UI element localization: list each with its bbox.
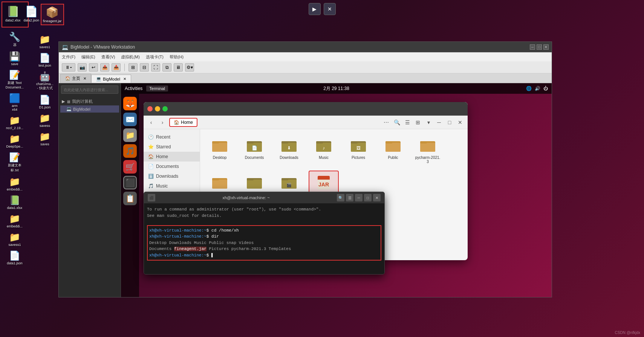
dock-appstore[interactable]: 🛒 xyxy=(123,160,137,174)
files-maximize-btn2[interactable]: □ xyxy=(445,118,454,127)
nav-back-btn[interactable]: ‹ xyxy=(147,118,156,127)
toolbar-snapshot-btn[interactable]: 📷 xyxy=(78,63,87,72)
menu-edit[interactable]: 编辑(E) xyxy=(80,53,97,61)
desktop-icon-savess1[interactable]: 📁 savess1 xyxy=(2,231,28,248)
toolbar-settings-btn[interactable]: ⚙▾ xyxy=(185,63,194,72)
menu-file[interactable]: 文件(F) xyxy=(60,53,77,61)
desktop-icon-arm[interactable]: 🟦 armx64 xyxy=(2,92,28,113)
desktop-icon-nccl[interactable]: 📁 nccl_2.19... xyxy=(2,114,28,131)
files-view-grid-btn[interactable]: ⊞ xyxy=(413,118,422,127)
sidebar-documents[interactable]: 📄 Documents xyxy=(144,162,200,171)
sidebar-recent[interactable]: 🕐 Recent xyxy=(144,132,200,142)
tab-bigmodel[interactable]: 💻 BigModel ✕ xyxy=(91,75,131,83)
file-desktop[interactable]: Desktop xyxy=(205,134,235,166)
playback-close-btn[interactable]: ✕ xyxy=(324,3,336,15)
nav-forward-btn[interactable]: › xyxy=(158,118,167,127)
terminal-maximize-btn[interactable]: □ xyxy=(364,194,372,201)
ubuntu-activities[interactable]: Activities xyxy=(125,86,142,91)
dock-firefox[interactable]: 🦊 xyxy=(123,97,137,110)
files-search-btn[interactable]: 🔍 xyxy=(392,118,401,127)
dock-email[interactable]: ✉️ xyxy=(123,113,137,126)
toolbar-view1-btn[interactable]: ⊞ xyxy=(128,63,138,72)
vmware-maximize-btn[interactable]: □ xyxy=(537,44,542,50)
vmware-minimize-btn[interactable]: ─ xyxy=(530,44,535,50)
tree-item-bigmodel[interactable]: 💻 BigModel xyxy=(60,105,119,113)
ubuntu-terminal-tag[interactable]: Terminal xyxy=(146,85,168,91)
documents-icon: 📄 xyxy=(148,164,154,169)
savess-icon: 📁 xyxy=(39,113,50,124)
terminal-close-btn[interactable]: ✕ xyxy=(373,194,381,201)
dock-terminal[interactable]: ⬛ xyxy=(123,176,137,189)
tab-home[interactable]: 🏠 主页 ✕ xyxy=(60,74,91,83)
files-breadcrumb-home[interactable]: 🏠 Home xyxy=(169,118,197,127)
dock-files[interactable]: 📁 xyxy=(123,128,137,142)
files-close-btn2[interactable]: ✕ xyxy=(456,118,465,127)
files-minimize-btn2[interactable]: ─ xyxy=(434,118,444,127)
files-view-list-btn[interactable]: ☰ xyxy=(403,118,412,127)
vmware-close-btn[interactable]: ✕ xyxy=(543,44,549,50)
file-music[interactable]: ♪ Music xyxy=(309,134,339,166)
desktop-icon-data1xlsx[interactable]: 📗 data1.xlsx xyxy=(2,194,28,211)
tree-item-mycomputer[interactable]: ▶ 🖥 我的计算机 xyxy=(60,98,119,105)
playback-overlay: ▶ ✕ xyxy=(309,3,336,15)
sidebar-music[interactable]: 🎵 Music xyxy=(144,181,200,191)
file-documents[interactable]: 📄 Documents xyxy=(239,134,269,166)
desktop-icon-saves[interactable]: 📁 saves xyxy=(32,130,58,147)
vm-icon: 💻 xyxy=(66,107,72,111)
files-maximize-btn[interactable] xyxy=(162,106,168,111)
toolbar-fullscreen-btn[interactable]: ⛶ xyxy=(151,63,160,72)
desktop-icon-deepspe[interactable]: 📁 DeepSpe... xyxy=(2,133,28,149)
desktop-icon-d1json[interactable]: 📄 D1.json xyxy=(32,93,58,110)
home-breadcrumb-icon: 🏠 xyxy=(174,120,179,125)
files-close-btn[interactable] xyxy=(147,106,153,111)
playback-play-btn[interactable]: ▶ xyxy=(309,3,321,15)
toolbar-unity-btn[interactable]: ⧉ xyxy=(162,63,171,72)
menu-vm[interactable]: 虚拟机(M) xyxy=(119,53,141,61)
desktop: 📗 data2.xlsx 📄 data2.json 📦 fineagent.ja… xyxy=(0,0,644,337)
file-public[interactable]: Public xyxy=(378,134,408,166)
saves-label: saves xyxy=(40,142,49,146)
file-downloads-label: Downloads xyxy=(280,156,298,160)
dock-files2[interactable]: 📋 xyxy=(123,192,137,205)
bigmodel-tab-close[interactable]: ✕ xyxy=(123,77,126,81)
ubuntu-desktop: Activities Terminal 2月 29 11:38 🌐 🔊 ⏻ 🦊 … xyxy=(121,83,552,297)
menu-help[interactable]: 帮助(H) xyxy=(168,53,185,61)
desktop-icon-chatglma[interactable]: 🤖 chatGlma...- 快捷方式 xyxy=(32,70,58,92)
terminal-search-btn[interactable]: 🔍 xyxy=(337,194,344,201)
toolbar-send-btn[interactable]: 📤 xyxy=(100,63,109,72)
menu-tab[interactable]: 选项卡(T) xyxy=(144,53,165,61)
files-minimize-btn[interactable] xyxy=(155,106,160,111)
toolbar-pause-btn[interactable]: ⏸▾ xyxy=(62,63,75,72)
terminal-icon-btn[interactable]: ⬛ xyxy=(148,194,155,201)
terminal-menu-btn[interactable]: ☰ xyxy=(346,194,353,201)
toolbar-console-btn[interactable]: 🖥 xyxy=(174,63,183,72)
files-view-toggle-btn[interactable]: ▾ xyxy=(424,118,433,127)
file-pictures[interactable]: 🖼 Pictures xyxy=(343,134,373,166)
sidebar-downloads[interactable]: ⬇️ Downloads xyxy=(144,171,200,181)
toolbar-revert-btn[interactable]: ↩ xyxy=(89,63,98,72)
desktop-icon-savess[interactable]: 📁 savess xyxy=(32,112,58,129)
desktop-icon-save[interactable]: 💾 save xyxy=(2,50,28,67)
toolbar-view2-btn[interactable]: ⊟ xyxy=(140,63,149,72)
desktop-icon-newtext[interactable]: 📝 新建 TextDocument... xyxy=(2,69,28,90)
file-pycharm[interactable]: pycharm-2021.3 xyxy=(413,134,443,166)
desktop-icon-saves1[interactable]: 📁 saves1 xyxy=(32,33,58,50)
files-menu-btn[interactable]: ⋯ xyxy=(382,118,391,127)
svg-text:⬇: ⬇ xyxy=(287,145,291,151)
desktop-icon-embed2[interactable]: 📁 embeddi... xyxy=(2,212,28,229)
desktop-icon-data1json[interactable]: 📄 data1.json xyxy=(2,249,28,266)
menu-view[interactable]: 查看(V) xyxy=(100,53,117,61)
sidebar-home[interactable]: 🏠 Home xyxy=(144,152,200,162)
sidebar-starred[interactable]: ⭐ Starred xyxy=(144,142,200,152)
terminal-minimize-btn[interactable]: ─ xyxy=(355,194,363,201)
file-downloads[interactable]: ⬇ Downloads xyxy=(274,134,304,166)
home-tab-close[interactable]: ✕ xyxy=(83,76,86,81)
desktop-file-data2xlsx[interactable]: 📗 data2.xlsx xyxy=(4,4,22,25)
desktop-icon-txttxt[interactable]: 📝 新建文本标.txt xyxy=(2,151,28,174)
desktop-icon-embed1[interactable]: 📁 embeddi... xyxy=(2,175,28,192)
desktop-icon-testjson[interactable]: 📄 test.json xyxy=(32,52,58,69)
desktop-icon-tools[interactable]: 🔧 器 xyxy=(2,30,28,49)
sidebar-search-input[interactable] xyxy=(61,85,118,94)
toolbar-recv-btn[interactable]: 📥 xyxy=(112,63,121,72)
dock-music[interactable]: 🎵 xyxy=(123,144,137,158)
